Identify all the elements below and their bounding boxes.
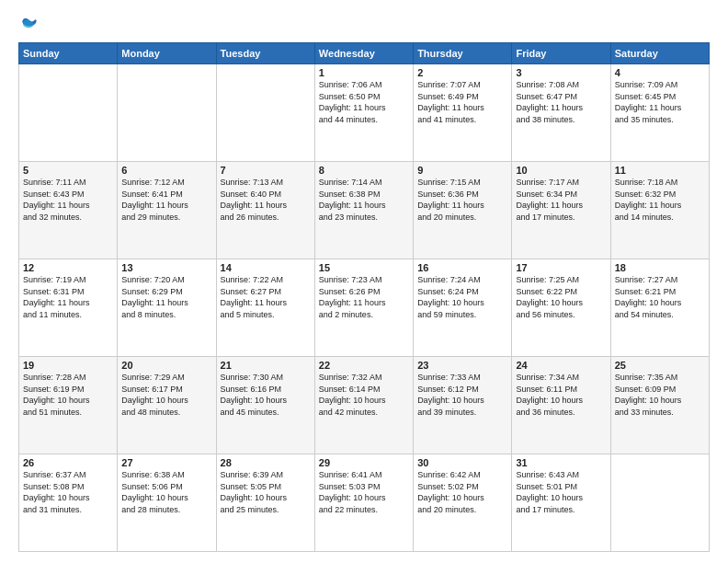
day-info: Sunrise: 7:32 AM Sunset: 6:14 PM Dayligh… [319,372,409,418]
calendar-cell: 16Sunrise: 7:24 AM Sunset: 6:24 PM Dayli… [414,259,512,357]
calendar-cell [610,454,709,552]
day-number: 24 [516,360,606,371]
day-info: Sunrise: 7:27 AM Sunset: 6:21 PM Dayligh… [615,274,705,320]
calendar-cell: 18Sunrise: 7:27 AM Sunset: 6:21 PM Dayli… [610,259,709,357]
calendar-cell: 8Sunrise: 7:14 AM Sunset: 6:38 PM Daylig… [314,162,413,259]
calendar-table: SundayMondayTuesdayWednesdayThursdayFrid… [18,42,710,552]
day-info: Sunrise: 7:25 AM Sunset: 6:22 PM Dayligh… [516,274,606,320]
calendar-week-5: 26Sunrise: 6:37 AM Sunset: 5:08 PM Dayli… [19,454,710,552]
day-number: 2 [417,67,507,78]
day-number: 20 [121,360,211,371]
calendar-cell: 30Sunrise: 6:42 AM Sunset: 5:02 PM Dayli… [414,454,512,552]
calendar-cell: 24Sunrise: 7:34 AM Sunset: 6:11 PM Dayli… [512,357,610,454]
day-info: Sunrise: 7:13 AM Sunset: 6:40 PM Dayligh… [221,177,311,223]
day-info: Sunrise: 6:42 AM Sunset: 5:02 PM Dayligh… [417,469,507,515]
day-number: 10 [516,165,606,176]
calendar-cell: 15Sunrise: 7:23 AM Sunset: 6:26 PM Dayli… [314,259,413,357]
day-number: 7 [221,165,311,176]
day-info: Sunrise: 6:41 AM Sunset: 5:03 PM Dayligh… [319,469,409,515]
day-info: Sunrise: 6:37 AM Sunset: 5:08 PM Dayligh… [23,469,113,515]
day-number: 26 [23,457,113,468]
calendar-header-tuesday: Tuesday [216,43,314,64]
calendar-cell: 19Sunrise: 7:28 AM Sunset: 6:19 PM Dayli… [19,357,118,454]
calendar-cell: 25Sunrise: 7:35 AM Sunset: 6:09 PM Dayli… [610,357,709,454]
calendar-week-4: 19Sunrise: 7:28 AM Sunset: 6:19 PM Dayli… [19,357,710,454]
calendar-cell: 10Sunrise: 7:17 AM Sunset: 6:34 PM Dayli… [512,162,610,259]
calendar-cell: 26Sunrise: 6:37 AM Sunset: 5:08 PM Dayli… [19,454,118,552]
calendar-cell: 3Sunrise: 7:08 AM Sunset: 6:47 PM Daylig… [512,64,610,162]
calendar-cell: 22Sunrise: 7:32 AM Sunset: 6:14 PM Dayli… [314,357,413,454]
day-info: Sunrise: 7:09 AM Sunset: 6:45 PM Dayligh… [615,79,705,125]
day-info: Sunrise: 7:11 AM Sunset: 6:43 PM Dayligh… [23,177,113,223]
day-number: 15 [319,262,409,273]
day-number: 19 [23,360,113,371]
day-info: Sunrise: 7:20 AM Sunset: 6:29 PM Dayligh… [121,274,211,320]
day-info: Sunrise: 7:19 AM Sunset: 6:31 PM Dayligh… [23,274,113,320]
calendar-cell: 23Sunrise: 7:33 AM Sunset: 6:12 PM Dayli… [414,357,512,454]
day-number: 13 [121,262,211,273]
day-info: Sunrise: 6:39 AM Sunset: 5:05 PM Dayligh… [221,469,311,515]
day-info: Sunrise: 7:24 AM Sunset: 6:24 PM Dayligh… [417,274,507,320]
calendar-cell: 7Sunrise: 7:13 AM Sunset: 6:40 PM Daylig… [216,162,314,259]
day-number: 23 [417,360,507,371]
logo-icon [18,15,39,35]
day-info: Sunrise: 7:23 AM Sunset: 6:26 PM Dayligh… [319,274,409,320]
calendar-header-saturday: Saturday [610,43,709,64]
day-number: 22 [319,360,409,371]
day-info: Sunrise: 7:18 AM Sunset: 6:32 PM Dayligh… [615,177,705,223]
day-number: 28 [221,457,311,468]
day-number: 17 [516,262,606,273]
day-number: 6 [121,165,211,176]
calendar-cell: 20Sunrise: 7:29 AM Sunset: 6:17 PM Dayli… [118,357,216,454]
day-number: 11 [615,165,705,176]
calendar-cell: 5Sunrise: 7:11 AM Sunset: 6:43 PM Daylig… [19,162,118,259]
day-info: Sunrise: 7:15 AM Sunset: 6:36 PM Dayligh… [417,177,507,223]
calendar-cell: 2Sunrise: 7:07 AM Sunset: 6:49 PM Daylig… [414,64,512,162]
calendar-cell: 13Sunrise: 7:20 AM Sunset: 6:29 PM Dayli… [118,259,216,357]
calendar-cell: 12Sunrise: 7:19 AM Sunset: 6:31 PM Dayli… [19,259,118,357]
day-number: 12 [23,262,113,273]
day-number: 16 [417,262,507,273]
day-info: Sunrise: 7:30 AM Sunset: 6:16 PM Dayligh… [221,372,311,418]
page: SundayMondayTuesdayWednesdayThursdayFrid… [0,0,728,563]
day-info: Sunrise: 7:35 AM Sunset: 6:09 PM Dayligh… [615,372,705,418]
day-number: 18 [615,262,705,273]
day-info: Sunrise: 7:06 AM Sunset: 6:50 PM Dayligh… [319,79,409,125]
day-number: 30 [417,457,507,468]
day-number: 21 [221,360,311,371]
calendar-week-3: 12Sunrise: 7:19 AM Sunset: 6:31 PM Dayli… [19,259,710,357]
day-info: Sunrise: 7:12 AM Sunset: 6:41 PM Dayligh… [121,177,211,223]
calendar-header-row: SundayMondayTuesdayWednesdayThursdayFrid… [19,43,710,64]
day-info: Sunrise: 7:14 AM Sunset: 6:38 PM Dayligh… [319,177,409,223]
calendar-cell [118,64,216,162]
calendar-cell: 28Sunrise: 6:39 AM Sunset: 5:05 PM Dayli… [216,454,314,552]
day-number: 31 [516,457,606,468]
calendar-cell: 31Sunrise: 6:43 AM Sunset: 5:01 PM Dayli… [512,454,610,552]
day-info: Sunrise: 7:08 AM Sunset: 6:47 PM Dayligh… [516,79,606,125]
calendar-cell: 9Sunrise: 7:15 AM Sunset: 6:36 PM Daylig… [414,162,512,259]
day-number: 25 [615,360,705,371]
calendar-cell: 21Sunrise: 7:30 AM Sunset: 6:16 PM Dayli… [216,357,314,454]
calendar-cell: 27Sunrise: 6:38 AM Sunset: 5:06 PM Dayli… [118,454,216,552]
day-number: 27 [121,457,211,468]
day-info: Sunrise: 7:07 AM Sunset: 6:49 PM Dayligh… [417,79,507,125]
calendar-cell: 1Sunrise: 7:06 AM Sunset: 6:50 PM Daylig… [314,64,413,162]
calendar-cell: 17Sunrise: 7:25 AM Sunset: 6:22 PM Dayli… [512,259,610,357]
calendar-header-friday: Friday [512,43,610,64]
day-number: 8 [319,165,409,176]
day-info: Sunrise: 6:38 AM Sunset: 5:06 PM Dayligh… [121,469,211,515]
day-number: 3 [516,67,606,78]
calendar-cell [19,64,118,162]
day-info: Sunrise: 7:29 AM Sunset: 6:17 PM Dayligh… [121,372,211,418]
header [18,17,710,35]
calendar-cell: 14Sunrise: 7:22 AM Sunset: 6:27 PM Dayli… [216,259,314,357]
day-info: Sunrise: 7:17 AM Sunset: 6:34 PM Dayligh… [516,177,606,223]
day-number: 14 [221,262,311,273]
day-number: 5 [23,165,113,176]
calendar-cell: 6Sunrise: 7:12 AM Sunset: 6:41 PM Daylig… [118,162,216,259]
calendar-header-thursday: Thursday [414,43,512,64]
day-number: 4 [615,67,705,78]
calendar-week-1: 1Sunrise: 7:06 AM Sunset: 6:50 PM Daylig… [19,64,710,162]
calendar-cell [216,64,314,162]
day-info: Sunrise: 7:34 AM Sunset: 6:11 PM Dayligh… [516,372,606,418]
